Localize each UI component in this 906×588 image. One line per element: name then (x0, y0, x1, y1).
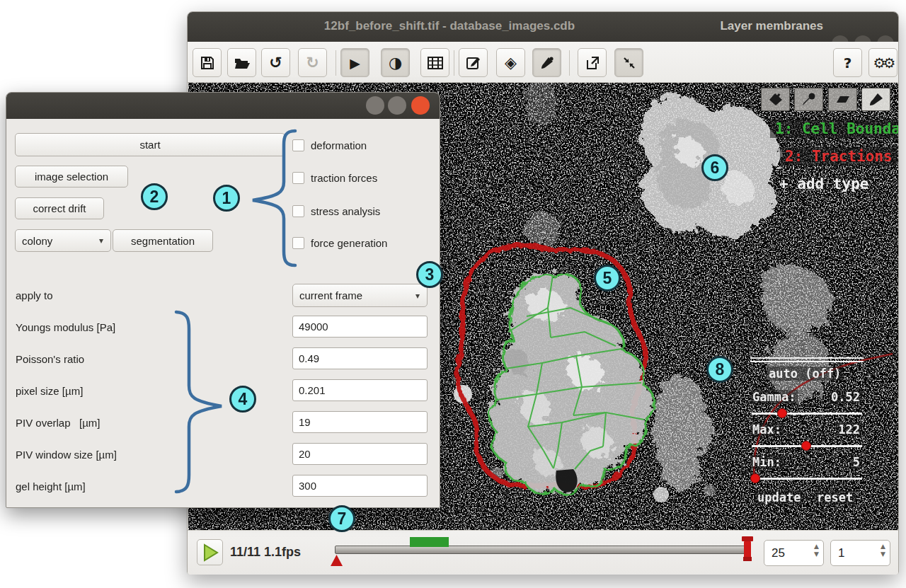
step-spinbox[interactable]: 1 ▲ ▼ (830, 540, 890, 566)
timeline-cache-segment (410, 537, 449, 547)
output-stress-analysis[interactable]: stress analysis (292, 204, 380, 218)
force-generation-checkbox[interactable] (292, 237, 304, 249)
poissons-ratio-input[interactable] (292, 347, 428, 369)
open-button[interactable] (227, 48, 256, 77)
help-button[interactable]: ? (833, 48, 862, 77)
timeline-play-button[interactable] (197, 539, 223, 565)
pixel-size-input[interactable] (292, 379, 428, 401)
callout-3-number: 3 (425, 265, 435, 284)
update-button[interactable]: update (755, 490, 803, 505)
callout-8: 8 (706, 356, 733, 383)
mask-tool-pipette[interactable] (794, 88, 823, 111)
output-deformation[interactable]: deformation (292, 138, 367, 152)
annotate-button[interactable] (459, 48, 488, 77)
callout-2-number: 2 (150, 188, 159, 207)
mask-tool-fill[interactable] (761, 88, 790, 111)
collapse-button[interactable] (614, 48, 643, 77)
piv-window-size-input[interactable] (292, 443, 428, 465)
reset-button[interactable]: reset (814, 490, 856, 505)
max-slider[interactable] (752, 441, 862, 451)
output-force-generation[interactable]: force generation (292, 236, 387, 250)
brush-icon (539, 55, 555, 71)
max-row: Max: 122 (750, 422, 862, 437)
redo-icon: ↻ (306, 54, 319, 71)
apply-to-select[interactable]: current frame ▾ (292, 284, 428, 307)
mode-select[interactable]: colony ▾ (15, 229, 111, 252)
piv-window-size-label: PIV window size [µm] (16, 449, 117, 461)
piv-overlap-input[interactable] (292, 411, 428, 433)
contrast-button[interactable]: ◑ (381, 48, 410, 77)
spin-down-icon[interactable]: ▼ (881, 551, 885, 558)
marker-button[interactable]: ◈ (496, 48, 525, 77)
callout-2: 2 (141, 183, 168, 210)
image-selection-button[interactable]: image selection (15, 166, 128, 188)
callout-7: 7 (328, 505, 355, 532)
gel-height-input[interactable] (292, 475, 428, 497)
correct-drift-button[interactable]: correct drift (15, 197, 104, 219)
callout-6-number: 6 (711, 158, 720, 178)
max-slider-handle[interactable] (801, 441, 811, 451)
marker-icon: ◈ (505, 54, 517, 71)
fps-spin-value[interactable]: 25 (772, 546, 785, 560)
gel-height-label: gel height [µm] (16, 480, 86, 492)
poissons-ratio-label: Poisson's ratio (16, 353, 84, 365)
deformation-label: deformation (311, 139, 367, 151)
spin-up-icon[interactable]: ▲ (814, 543, 819, 550)
callout-8-number: 8 (716, 360, 725, 379)
segmentation-button[interactable]: segmentation (113, 229, 213, 252)
gamma-slider-track[interactable] (752, 413, 862, 415)
timeline-end-marker[interactable] (742, 536, 753, 562)
timeline-start-marker[interactable] (331, 555, 343, 566)
window-titlebar[interactable]: 12bf_before_shift.tif - database_images.… (188, 12, 898, 42)
callout-6: 6 (701, 154, 728, 181)
add-type-button[interactable]: + add type (774, 175, 873, 193)
mask-brush-button[interactable] (532, 48, 561, 77)
auto-contrast-button[interactable]: auto (off) (766, 367, 844, 381)
callout-1-number: 1 (222, 189, 231, 208)
output-traction-forces[interactable]: traction forces (292, 171, 377, 185)
traction-forces-checkbox[interactable] (292, 172, 304, 184)
marker-type-tractions[interactable]: 2: Tractions (780, 147, 898, 166)
toolbar-separator (454, 50, 454, 76)
fps-spinbox[interactable]: 25 ▲ ▼ (764, 540, 824, 566)
gamma-slider[interactable] (752, 408, 862, 418)
undo-button[interactable]: ↺ (261, 48, 290, 77)
timeline-track[interactable] (335, 546, 750, 554)
deformation-checkbox[interactable] (292, 139, 304, 151)
youngs-modulus-input[interactable] (292, 316, 428, 338)
stress-analysis-checkbox[interactable] (292, 205, 304, 217)
traction-forces-label: traction forces (311, 172, 377, 184)
min-slider-track[interactable] (752, 478, 862, 480)
export-button[interactable] (578, 48, 607, 77)
spin-up-icon[interactable]: ▲ (881, 543, 885, 550)
dialog-maximize-dot[interactable] (388, 96, 406, 115)
dialog-close-dot[interactable] (411, 96, 430, 115)
settings-button[interactable]: ⚙⚙ (868, 48, 898, 77)
gamma-slider-handle[interactable] (777, 408, 787, 418)
start-button[interactable]: start (15, 133, 285, 156)
min-value: 5 (851, 455, 862, 469)
pixel-size-label: pixel size [µm] (16, 385, 83, 397)
eraser-icon (835, 92, 851, 108)
callout-5: 5 (594, 265, 621, 292)
collapse-arrows-icon (621, 55, 637, 71)
film-strip-icon (427, 55, 444, 71)
redo-button[interactable]: ↻ (298, 48, 327, 77)
callout-3: 3 (416, 261, 443, 288)
save-button[interactable] (193, 48, 222, 77)
min-slider[interactable] (752, 473, 862, 483)
mask-tool-eraser[interactable] (828, 88, 857, 111)
mask-tool-brush[interactable] (861, 88, 890, 111)
spin-down-icon[interactable]: ▼ (814, 551, 819, 558)
pipette-icon (801, 92, 818, 108)
play-tool-button[interactable]: ▶ (340, 48, 369, 77)
film-frames-button[interactable] (420, 48, 449, 77)
params-brace (171, 308, 227, 496)
step-spin-value[interactable]: 1 (838, 546, 844, 560)
dialog-minimize-dot[interactable] (366, 96, 384, 115)
contrast-icon: ◑ (389, 54, 402, 71)
marker-type-cell-boundary[interactable]: 1: Cell Boundary (770, 120, 898, 138)
min-slider-handle[interactable] (750, 473, 760, 483)
save-icon (200, 55, 215, 71)
dialog-titlebar[interactable] (6, 93, 440, 119)
